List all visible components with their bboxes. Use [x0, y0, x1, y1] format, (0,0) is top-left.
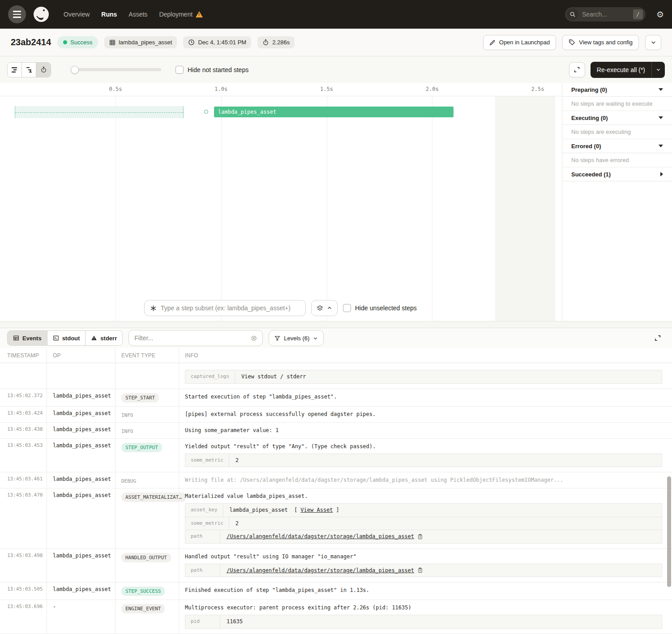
metadata-path-link[interactable]: /Users/alangenfeld/data/dagster/storage/… — [227, 566, 414, 574]
step-subset-input[interactable]: Type a step subset (ex: lambda_pipes_ass… — [144, 300, 306, 316]
checkbox-icon[interactable] — [343, 304, 351, 312]
pencil-icon — [489, 39, 496, 46]
metadata-row: path/Users/alangenfeld/data/dagster/stor… — [185, 564, 662, 577]
reexecute-caret[interactable] — [651, 62, 665, 78]
view-waterfall-icon[interactable] — [22, 63, 36, 77]
metadata-key: path — [185, 530, 220, 543]
terminal-icon — [53, 335, 59, 341]
metadata-value: View stdout / stderr — [235, 370, 312, 383]
event-type-cell — [116, 363, 179, 389]
event-type-cell: ASSET_MATERIALIZAT… — [116, 488, 179, 548]
collapse-triangle-icon[interactable] — [659, 116, 663, 119]
view-tags-config-button[interactable]: View tags and config — [562, 35, 639, 50]
event-op: lambda_pipes_asset — [47, 472, 116, 488]
graph-query-toggle-button[interactable] — [311, 300, 338, 316]
levels-dropdown[interactable]: Levels (6) — [269, 330, 324, 346]
event-type-cell: STEP_START — [116, 389, 179, 406]
event-log-row[interactable]: captured_logsView stdout / stderr — [0, 363, 672, 389]
expand-triangle-icon[interactable] — [660, 172, 663, 176]
zoom-slider[interactable] — [71, 66, 161, 74]
sidebar-section-executing[interactable]: Executing (0) — [562, 111, 672, 125]
event-type-badge: HANDLED_OUTPUT — [121, 553, 171, 562]
event-info: Using some_parameter value: 1 — [179, 423, 672, 438]
event-log-row[interactable]: 13:45:03.470lambda_pipes_assetASSET_MATE… — [0, 488, 672, 549]
logs-tabs: Events stdout stderr — [7, 330, 123, 346]
nav-runs[interactable]: Runs — [101, 11, 117, 18]
tab-events[interactable]: Events — [8, 331, 47, 345]
event-log-row[interactable]: 13:45:03.505lambda_pipes_assetSTEP_SUCCE… — [0, 583, 672, 600]
view-timed-icon[interactable] — [36, 63, 51, 77]
reexecute-all-button[interactable]: Re-execute all (*) — [591, 62, 665, 78]
sidebar-section-succeeded[interactable]: Succeeded (1) — [562, 167, 672, 181]
log-filter-input[interactable]: Filter... ⊗ — [128, 330, 263, 346]
gantt-step-bar[interactable]: lambda_pipes_asset — [214, 107, 454, 117]
op-selector-icon — [150, 305, 157, 312]
logs-fullscreen-button[interactable] — [651, 331, 665, 345]
sidebar-section-errored[interactable]: Errored (0) — [562, 139, 672, 153]
collapse-triangle-icon[interactable] — [659, 145, 663, 147]
checkbox-icon[interactable] — [175, 66, 184, 74]
run-actions-caret-button[interactable] — [645, 35, 661, 50]
gantt-planned-range — [15, 106, 184, 118]
open-in-launchpad-button[interactable]: Open in Launchpad — [483, 35, 556, 50]
event-type-badge: STEP_START — [121, 393, 159, 403]
dagster-logo-icon[interactable] — [32, 5, 50, 23]
hide-not-started-checkbox[interactable]: Hide not started steps — [175, 66, 248, 74]
chevron-up-icon — [327, 305, 332, 311]
metadata-path-link[interactable]: /Users/alangenfeld/data/dagster/storage/… — [227, 532, 414, 540]
nav-deployment[interactable]: Deployment — [159, 11, 203, 18]
hide-unselected-checkbox[interactable]: Hide unselected steps — [343, 304, 417, 312]
copy-icon[interactable] — [417, 567, 423, 573]
event-op — [47, 363, 116, 389]
event-log-row[interactable]: 13:45:03.438lambda_pipes_assetINFOUsing … — [0, 423, 672, 439]
event-info: Materialized value lambda_pipes_asset.as… — [179, 488, 672, 548]
event-type-badge: ASSET_MATERIALIZAT… — [121, 493, 186, 502]
tab-stderr[interactable]: stderr — [86, 331, 122, 345]
clear-filter-icon[interactable]: ⊗ — [251, 334, 257, 342]
nav-overview[interactable]: Overview — [64, 11, 90, 18]
event-type-cell: HANDLED_OUTPUT — [116, 549, 179, 583]
expand-icon — [654, 334, 661, 342]
event-log-row[interactable]: 13:45:03.453lambda_pipes_assetSTEP_OUTPU… — [0, 439, 672, 473]
metadata-key: captured_logs — [185, 370, 235, 383]
event-op: lambda_pipes_asset — [47, 423, 116, 438]
event-log-row[interactable]: 13:45:02.372lambda_pipes_assetSTEP_START… — [0, 389, 672, 407]
sidebar-section-preparing[interactable]: Preparing (0) — [562, 83, 672, 97]
tab-stdout[interactable]: stdout — [47, 331, 86, 345]
event-log-row[interactable]: 13:45:03.461lambda_pipes_assetDEBUGWriti… — [0, 472, 672, 488]
settings-gear-icon[interactable]: ⚙ — [656, 9, 664, 20]
run-header: 23ab2414 Success lambda_pipes_asset Dec … — [0, 29, 672, 56]
search-input[interactable]: Search... / — [565, 7, 646, 21]
chevron-down-icon — [656, 67, 661, 72]
event-metadata-table: some_metric2 — [185, 454, 662, 467]
gantt-fullscreen-button[interactable] — [569, 62, 585, 77]
metadata-key: path — [185, 564, 220, 577]
event-log-row[interactable]: 13:45:03.696-ENGINE_EVENTMultiprocess ex… — [0, 600, 672, 634]
collapse-triangle-icon[interactable] — [659, 88, 663, 91]
vertical-scrollbar-thumb[interactable] — [667, 476, 671, 587]
event-type-badge: STEP_SUCCESS — [121, 587, 165, 596]
view-asset-link[interactable]: View Asset — [300, 506, 333, 514]
top-nav: Overview Runs Assets Deployment Search..… — [0, 0, 672, 29]
zoom-slider-track — [71, 68, 161, 71]
metadata-row: some_metric2 — [185, 454, 662, 467]
clock-icon — [188, 39, 195, 46]
copy-icon[interactable] — [417, 534, 423, 540]
column-header: TIMESTAMP — [0, 348, 47, 363]
filter-placeholder: Filter... — [134, 334, 247, 342]
event-type-cell: STEP_OUTPUT — [116, 439, 179, 472]
status-dot-icon — [63, 40, 67, 44]
duration-tag: 2.286s — [257, 36, 295, 48]
timeline-gridline — [432, 96, 432, 321]
nav-assets[interactable]: Assets — [128, 11, 147, 18]
metadata-value: lambda_pipes_asset [View Asset] — [223, 504, 346, 517]
hamburger-menu-icon[interactable] — [8, 5, 26, 23]
job-tag[interactable]: lambda_pipes_asset — [104, 36, 177, 48]
chevron-down-icon — [313, 336, 318, 341]
event-timestamp: 13:45:03.424 — [0, 407, 47, 422]
event-log-row[interactable]: 13:45:03.498lambda_pipes_assetHANDLED_OU… — [0, 549, 672, 583]
view-flat-icon[interactable] — [8, 63, 22, 77]
event-log-row[interactable]: 13:45:03.424lambda_pipes_assetINFO[pipes… — [0, 407, 672, 423]
zoom-slider-knob[interactable] — [71, 66, 79, 74]
panel-divider[interactable] — [0, 321, 672, 328]
